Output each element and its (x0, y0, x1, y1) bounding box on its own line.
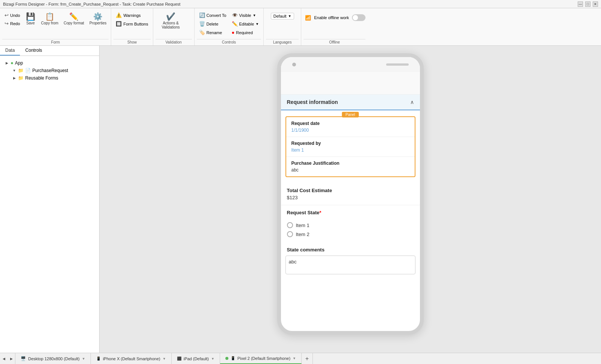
form-buttons-button[interactable]: 🔲 Form Buttons (113, 20, 150, 28)
save-button[interactable]: 💾 Save (23, 10, 38, 27)
status-bar: ◀ ▶ 🖥️ Desktop 1280x800 (Default) ▼ 📱 iP… (0, 353, 601, 364)
ipad-dropdown-icon: ▼ (211, 357, 214, 361)
radio-circle-2 (287, 231, 293, 237)
section-chevron-icon[interactable]: ∧ (410, 99, 414, 105)
tree-item-purchaserequest[interactable]: ▼ 📁 📄 PurchaseRequest (11, 67, 96, 74)
field-state-comments-label: State comments (287, 247, 414, 253)
copy-format-label: Copy format (63, 21, 84, 25)
convert-to-label: Convert To (207, 13, 227, 18)
rename-label: Rename (207, 30, 222, 35)
field-request-date-value: 1/1/1900 (291, 128, 409, 133)
delete-button[interactable]: 🗑️ Delete (197, 20, 229, 28)
radio-label-1: Item 1 (296, 223, 310, 228)
convert-to-button[interactable]: 🔄 Convert To (197, 11, 229, 19)
state-comments-textarea[interactable]: abc (285, 256, 415, 274)
offline-toggle[interactable] (352, 14, 365, 21)
field-total-cost[interactable]: Total Cost Estimate $123 (281, 183, 420, 205)
field-purchase-justification-value: abc (291, 167, 409, 173)
field-request-state: Request State* (281, 205, 420, 215)
warnings-icon: ⚠️ (116, 12, 122, 18)
ipad-label: iPad (Default) (184, 356, 209, 361)
status-tab-iphone[interactable]: 📱 iPhone X (Default Smartphone) ▼ (91, 353, 172, 364)
scroll-left-button[interactable]: ◀ (0, 353, 8, 364)
tab-data[interactable]: Data (0, 46, 20, 56)
field-requested-by-value: Item 1 (291, 147, 409, 153)
close-button[interactable]: ✕ (593, 2, 598, 7)
panel-wrapper: Panel Request date 1/1/1900 Requested by… (281, 116, 420, 177)
copy-format-button[interactable]: ✏️ Copy format (61, 10, 86, 27)
offline-content: 📶 Enable offline work (304, 10, 365, 21)
required-button[interactable]: ● Required (230, 29, 261, 36)
status-tab-ipad[interactable]: ⬛ iPad (Default) ▼ (172, 353, 220, 364)
scroll-buttons: ◀ ▶ (0, 353, 15, 364)
redo-button[interactable]: ↪ Redo (2, 20, 22, 27)
panel-box: Request date 1/1/1900 Requested by Item … (285, 116, 415, 177)
copy-format-icon: ✏️ (69, 13, 79, 20)
tree-expand-purchase[interactable]: ▼ (12, 68, 17, 73)
field-state-comments: State comments (281, 242, 420, 253)
language-dropdown[interactable]: Default ▼ (271, 13, 294, 20)
radio-item-1[interactable]: Item 1 (287, 221, 414, 230)
radio-label-2: Item 2 (296, 232, 310, 237)
form-section-header[interactable]: Request information ∧ (281, 95, 420, 110)
editable-button[interactable]: ✏️ Editable ▼ (230, 20, 261, 28)
tree-expand-reusable[interactable]: ▶ (12, 76, 17, 80)
visible-button[interactable]: 👁️ Visible ▼ (230, 11, 261, 19)
toggle-knob (353, 15, 358, 20)
title-text: Bizagi Forms Designer - Form: frm_Create… (3, 2, 180, 6)
iphone-dropdown-icon: ▼ (163, 357, 166, 361)
maximize-button[interactable]: □ (585, 2, 590, 7)
rename-button[interactable]: 🏷️ Rename (197, 29, 229, 36)
copy-from-button[interactable]: 📋 Copy from (39, 10, 60, 27)
panel-label: Panel (342, 112, 359, 117)
visible-dropdown-icon: ▼ (253, 14, 256, 17)
phone-content: Request information ∧ Panel Request date… (281, 72, 420, 277)
tab-controls[interactable]: Controls (20, 46, 47, 56)
visible-label: Visible (239, 13, 251, 18)
field-request-date[interactable]: Request date 1/1/1900 (286, 117, 415, 137)
ribbon-group-languages: Default ▼ Languages (264, 8, 301, 45)
delete-icon: 🗑️ (199, 21, 205, 27)
phone-speaker (386, 63, 409, 66)
copy-from-label: Copy from (41, 21, 58, 25)
form-group-label: Form (2, 39, 109, 45)
tree-item-app[interactable]: ▶ ● App (3, 59, 96, 67)
sidebar-tabs: Data Controls (0, 46, 99, 56)
field-request-state-label: Request State* (287, 210, 414, 215)
tree-item-reusableforms[interactable]: ▶ 📁 Reusable Forms (11, 74, 96, 82)
ribbon-group-controls: 🔄 Convert To 🗑️ Delete 🏷️ Rename 👁️ Visi… (195, 8, 264, 45)
field-requested-by[interactable]: Requested by Item 1 (286, 137, 415, 157)
form-icon: 📄 (25, 68, 31, 73)
show-group-label: Show (113, 39, 150, 45)
field-requested-by-label: Requested by (291, 141, 409, 146)
iphone-icon: 📱 (96, 356, 101, 361)
language-dropdown-icon: ▼ (288, 14, 291, 18)
folder-icon: 📁 (18, 68, 24, 73)
add-tab-button[interactable]: + (302, 353, 313, 364)
status-tab-pixel[interactable]: 📱 Pixel 2 (Default Smartphone) ▼ (220, 353, 302, 364)
minimize-button[interactable]: — (578, 2, 583, 7)
desktop-label: Desktop 1280x800 (Default) (28, 356, 80, 361)
warnings-button[interactable]: ⚠️ Warnings (113, 11, 150, 19)
phone-header-bar (281, 72, 420, 95)
undo-button[interactable]: ↩ Undo (2, 11, 22, 19)
form-buttons-label: Form Buttons (123, 22, 148, 26)
language-value: Default (273, 14, 287, 18)
radio-item-2[interactable]: Item 2 (287, 230, 414, 239)
properties-label: Properties (89, 21, 107, 25)
sidebar-content: ▶ ● App ▼ 📁 📄 PurchaseRequest ▶ 📁 Reusab… (0, 56, 99, 353)
reusable-forms-label: Reusable Forms (25, 75, 58, 81)
properties-button[interactable]: ⚙️ Properties (87, 10, 109, 27)
ribbon-group-offline: 📶 Enable offline work Offline (301, 8, 368, 45)
field-purchase-justification-label: Purchase Justification (291, 161, 409, 166)
redo-icon: ↪ (5, 21, 9, 26)
show-buttons: ⚠️ Warnings 🔲 Form Buttons (113, 10, 150, 28)
field-purchase-justification[interactable]: Purchase Justification abc (286, 157, 415, 176)
ribbon-group-form: ↩ Undo ↪ Redo 💾 Save 📋 Copy from ✏️ (0, 8, 111, 45)
offline-label: Enable offline work (314, 15, 349, 20)
tree-expand-app[interactable]: ▶ (5, 61, 9, 65)
offline-group-label: Offline (304, 39, 365, 45)
actions-validations-button[interactable]: ✔️ Actions & Validations (156, 10, 186, 31)
scroll-right-button[interactable]: ▶ (8, 353, 15, 364)
status-tab-desktop[interactable]: 🖥️ Desktop 1280x800 (Default) ▼ (15, 353, 91, 364)
